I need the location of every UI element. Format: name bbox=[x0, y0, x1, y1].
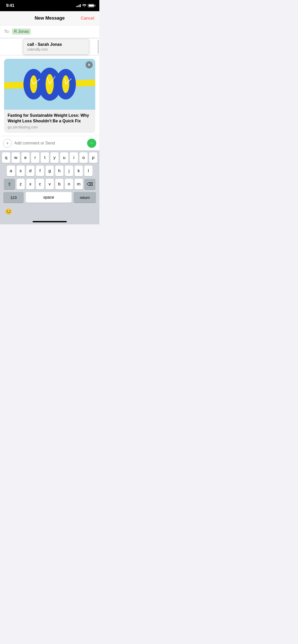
plus-icon: + bbox=[6, 141, 9, 146]
cancel-button[interactable]: Cancel bbox=[81, 16, 94, 21]
key-i[interactable]: i bbox=[70, 152, 78, 163]
key-v[interactable]: v bbox=[46, 179, 54, 189]
key-k[interactable]: k bbox=[75, 166, 83, 176]
key-x[interactable]: x bbox=[26, 179, 34, 189]
key-u[interactable]: u bbox=[60, 152, 68, 163]
oval-right bbox=[56, 69, 76, 99]
numbers-key[interactable]: 123 bbox=[3, 192, 24, 203]
keyboard: q w e r t y u i o p a s d f g h j k l ⇧ … bbox=[0, 150, 99, 206]
signal-icon bbox=[76, 4, 81, 7]
status-bar: 9:41 bbox=[0, 0, 99, 11]
keyboard-row-3: ⇧ z x c v b n m ⌫ bbox=[1, 179, 98, 189]
shift-icon: ⇧ bbox=[8, 182, 11, 187]
delete-icon: ⌫ bbox=[87, 182, 93, 187]
key-o[interactable]: o bbox=[79, 152, 88, 163]
key-q[interactable]: q bbox=[2, 152, 10, 163]
status-icons bbox=[76, 4, 94, 8]
link-preview-image: ✕ bbox=[4, 59, 95, 110]
key-l[interactable]: l bbox=[84, 166, 92, 176]
message-input[interactable] bbox=[14, 140, 85, 147]
link-preview-wrapper: ✕ Fasting for Sustainable Weight Loss: W… bbox=[0, 56, 99, 136]
autocomplete-dropdown[interactable]: call - Sarah Jonas calendly.com bbox=[23, 39, 89, 55]
input-area: + ↑ bbox=[0, 136, 99, 150]
key-m[interactable]: m bbox=[75, 179, 83, 189]
autocomplete-subtitle: calendly.com bbox=[27, 47, 85, 51]
close-button[interactable]: ✕ bbox=[86, 61, 93, 68]
key-p[interactable]: p bbox=[89, 152, 97, 163]
key-w[interactable]: w bbox=[12, 152, 20, 163]
key-y[interactable]: y bbox=[50, 152, 59, 163]
scrollbar bbox=[98, 40, 99, 54]
autocomplete-item[interactable]: call - Sarah Jonas calendly.com bbox=[23, 39, 89, 54]
return-key[interactable]: return bbox=[74, 192, 96, 203]
status-time: 9:41 bbox=[6, 3, 14, 8]
key-n[interactable]: n bbox=[65, 179, 73, 189]
key-d[interactable]: d bbox=[26, 166, 34, 176]
key-z[interactable]: z bbox=[17, 179, 25, 189]
send-icon: ↑ bbox=[89, 142, 94, 144]
link-preview-card: ✕ Fasting for Sustainable Weight Loss: W… bbox=[4, 59, 95, 133]
key-e[interactable]: e bbox=[21, 152, 30, 163]
ovals-container bbox=[23, 68, 76, 101]
space-key[interactable]: space bbox=[26, 192, 72, 203]
link-preview-title: Fasting for Sustainable Weight Loss: Why… bbox=[8, 113, 92, 124]
key-j[interactable]: j bbox=[65, 166, 73, 176]
keyboard-row-1: q w e r t y u i o p bbox=[1, 152, 98, 163]
battery-icon bbox=[88, 4, 94, 7]
link-preview-url: go.zerofasting.com bbox=[8, 125, 92, 129]
send-button[interactable]: ↑ bbox=[87, 139, 96, 148]
to-label: To: bbox=[4, 29, 10, 34]
nav-bar: New Message Cancel bbox=[0, 11, 99, 25]
to-field: To: R Jonas bbox=[0, 25, 99, 38]
home-indicator-wrapper bbox=[0, 221, 99, 224]
keyboard-row-4: 123 space return bbox=[1, 192, 98, 203]
shift-key[interactable]: ⇧ bbox=[4, 179, 15, 189]
wifi-icon bbox=[82, 4, 86, 8]
delete-key[interactable]: ⌫ bbox=[84, 179, 96, 189]
key-g[interactable]: g bbox=[46, 166, 54, 176]
page-title: New Message bbox=[35, 16, 65, 21]
link-preview-content: Fasting for Sustainable Weight Loss: Why… bbox=[4, 110, 95, 133]
key-a[interactable]: a bbox=[7, 166, 15, 176]
recipient-chip[interactable]: R Jonas bbox=[12, 28, 31, 35]
emoji-button[interactable]: 😊 bbox=[5, 208, 12, 215]
autocomplete-title: call - Sarah Jonas bbox=[27, 42, 85, 47]
key-b[interactable]: b bbox=[55, 179, 63, 189]
key-f[interactable]: f bbox=[36, 166, 44, 176]
bottom-bar: 😊 bbox=[0, 206, 99, 221]
autocomplete-container: call - Sarah Jonas calendly.com bbox=[0, 39, 99, 55]
close-icon: ✕ bbox=[88, 63, 91, 67]
key-h[interactable]: h bbox=[55, 166, 63, 176]
keyboard-row-2: a s d f g h j k l bbox=[1, 166, 98, 176]
key-s[interactable]: s bbox=[17, 166, 25, 176]
add-attachment-button[interactable]: + bbox=[3, 139, 12, 148]
key-t[interactable]: t bbox=[41, 152, 49, 163]
key-r[interactable]: r bbox=[31, 152, 39, 163]
home-indicator bbox=[33, 221, 67, 222]
key-c[interactable]: c bbox=[36, 179, 44, 189]
